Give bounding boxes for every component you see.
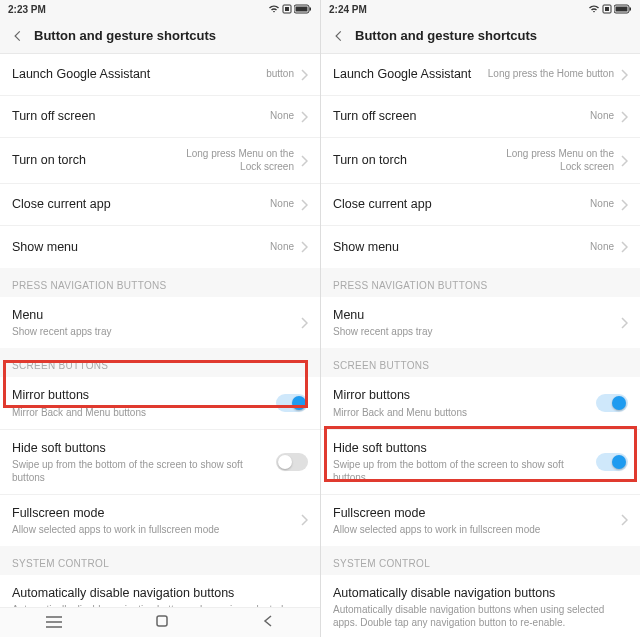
row-label: Close current app — [333, 196, 590, 212]
row-sub: Swipe up from the bottom of the screen t… — [12, 458, 276, 484]
row-launch-assistant[interactable]: Launch Google Assistant Long press the H… — [321, 54, 640, 96]
row-label: Launch Google Assistant — [12, 66, 266, 82]
row-value: Long press Menu on the Lock screen — [484, 148, 614, 173]
nav-recents-icon[interactable] — [46, 614, 62, 632]
svg-rect-3 — [296, 7, 308, 12]
row-label: Automatically disable navigation buttons — [333, 585, 628, 601]
section-screen-buttons: SCREEN BUTTONS — [321, 348, 640, 377]
status-bar: 2:24 PM — [321, 0, 640, 18]
row-label: Launch Google Assistant — [333, 66, 488, 82]
section-system-control: SYSTEM CONTROL — [321, 546, 640, 575]
row-mirror-buttons[interactable]: Mirror buttons Mirror Back and Menu butt… — [321, 377, 640, 429]
row-value: Long press Menu on the Lock screen — [164, 148, 294, 173]
navbar — [0, 607, 320, 637]
back-icon[interactable] — [8, 26, 28, 46]
svg-rect-1 — [285, 7, 289, 11]
toggle-hide-soft-buttons[interactable] — [276, 453, 308, 471]
row-sub: Allow selected apps to work in fullscree… — [333, 523, 614, 536]
chevron-right-icon — [300, 241, 308, 253]
row-label: Menu — [12, 307, 294, 323]
row-fullscreen-mode[interactable]: Fullscreen mode Allow selected apps to w… — [0, 495, 320, 546]
svg-rect-9 — [616, 7, 628, 12]
status-icons — [588, 4, 632, 14]
row-label: Show menu — [12, 239, 270, 255]
status-time: 2:24 PM — [329, 4, 367, 15]
section-press-nav: PRESS NAVIGATION BUTTONS — [321, 268, 640, 297]
nav-home-icon[interactable] — [155, 614, 169, 632]
row-turn-on-torch[interactable]: Turn on torch Long press Menu on the Loc… — [321, 138, 640, 184]
status-bar: 2:23 PM — [0, 0, 320, 18]
header: Button and gesture shortcuts — [321, 18, 640, 54]
chevron-right-icon — [620, 69, 628, 81]
row-menu[interactable]: Menu Show recent apps tray — [0, 297, 320, 348]
row-launch-assistant[interactable]: Launch Google Assistant button — [0, 54, 320, 96]
nav-back-icon[interactable] — [262, 614, 274, 632]
row-turn-off-screen[interactable]: Turn off screen None — [321, 96, 640, 138]
svg-rect-10 — [630, 8, 632, 11]
row-value: None — [270, 241, 294, 254]
row-menu[interactable]: Menu Show recent apps tray — [321, 297, 640, 348]
chevron-right-icon — [620, 317, 628, 329]
row-sub: Show recent apps tray — [12, 325, 294, 338]
row-sub: Show recent apps tray — [333, 325, 614, 338]
chevron-right-icon — [300, 111, 308, 123]
row-hide-soft-buttons[interactable]: Hide soft buttons Swipe up from the bott… — [0, 430, 320, 495]
row-close-current-app[interactable]: Close current app None — [0, 184, 320, 226]
row-value: button — [266, 68, 294, 81]
row-label: Automatically disable navigation buttons — [12, 585, 308, 601]
row-sub: Mirror Back and Menu buttons — [12, 406, 276, 419]
panel-left: 2:23 PM Button and gesture shortcuts Lau… — [0, 0, 320, 637]
row-auto-disable-nav[interactable]: Automatically disable navigation buttons… — [321, 575, 640, 637]
settings-scroll[interactable]: Launch Google Assistant button Turn off … — [0, 54, 320, 637]
row-label: Turn off screen — [333, 108, 590, 124]
status-icons — [268, 4, 312, 14]
row-label: Menu — [333, 307, 614, 323]
row-label: Close current app — [12, 196, 270, 212]
chevron-right-icon — [620, 199, 628, 211]
back-icon[interactable] — [329, 26, 349, 46]
row-show-menu[interactable]: Show menu None — [321, 226, 640, 268]
row-sub: Swipe up from the bottom of the screen t… — [333, 458, 596, 484]
row-hide-soft-buttons[interactable]: Hide soft buttons Swipe up from the bott… — [321, 430, 640, 495]
row-close-current-app[interactable]: Close current app None — [321, 184, 640, 226]
row-fullscreen-mode[interactable]: Fullscreen mode Allow selected apps to w… — [321, 495, 640, 546]
chevron-right-icon — [620, 111, 628, 123]
panel-right: 2:24 PM Button and gesture shortcuts Lau… — [320, 0, 640, 637]
chevron-right-icon — [300, 155, 308, 167]
section-system-control: SYSTEM CONTROL — [0, 546, 320, 575]
page-title: Button and gesture shortcuts — [34, 28, 216, 43]
chevron-right-icon — [620, 514, 628, 526]
toggle-mirror-buttons[interactable] — [596, 394, 628, 412]
chevron-right-icon — [620, 155, 628, 167]
row-value: None — [590, 198, 614, 211]
row-sub: Mirror Back and Menu buttons — [333, 406, 596, 419]
row-value: None — [270, 198, 294, 211]
row-label: Fullscreen mode — [333, 505, 614, 521]
row-value: None — [590, 241, 614, 254]
svg-rect-7 — [605, 7, 609, 11]
header: Button and gesture shortcuts — [0, 18, 320, 54]
row-turn-on-torch[interactable]: Turn on torch Long press Menu on the Loc… — [0, 138, 320, 184]
chevron-right-icon — [300, 514, 308, 526]
section-screen-buttons: SCREEN BUTTONS — [0, 348, 320, 377]
row-label: Turn on torch — [333, 152, 484, 168]
row-label: Mirror buttons — [333, 387, 596, 403]
row-sub: Allow selected apps to work in fullscree… — [12, 523, 294, 536]
chevron-right-icon — [620, 241, 628, 253]
row-mirror-buttons[interactable]: Mirror buttons Mirror Back and Menu butt… — [0, 377, 320, 429]
row-label: Turn off screen — [12, 108, 270, 124]
row-sub: Automatically disable navigation buttons… — [333, 603, 628, 629]
svg-rect-4 — [310, 8, 312, 11]
row-turn-off-screen[interactable]: Turn off screen None — [0, 96, 320, 138]
settings-scroll[interactable]: Launch Google Assistant Long press the H… — [321, 54, 640, 637]
row-value: None — [590, 110, 614, 123]
row-show-menu[interactable]: Show menu None — [0, 226, 320, 268]
row-label: Show menu — [333, 239, 590, 255]
svg-rect-5 — [157, 616, 167, 626]
chevron-right-icon — [300, 317, 308, 329]
row-label: Turn on torch — [12, 152, 164, 168]
toggle-mirror-buttons[interactable] — [276, 394, 308, 412]
chevron-right-icon — [300, 199, 308, 211]
toggle-hide-soft-buttons[interactable] — [596, 453, 628, 471]
row-label: Mirror buttons — [12, 387, 276, 403]
